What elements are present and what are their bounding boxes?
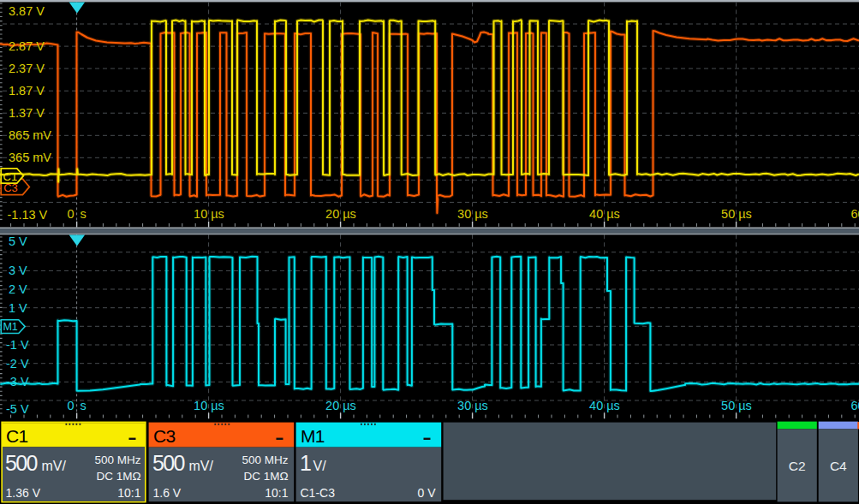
svg-text:1.6 V: 1.6 V: [153, 486, 182, 500]
svg-text:M1: M1: [301, 426, 325, 446]
svg-text:50 µs: 50 µs: [721, 207, 752, 221]
svg-text:1: 1: [300, 451, 311, 475]
svg-text:mV/: mV/: [189, 459, 214, 473]
svg-text:10 µs: 10 µs: [194, 399, 224, 412]
svg-text:0: 0: [67, 399, 74, 412]
svg-text:-5 V: -5 V: [6, 402, 29, 416]
svg-text:1.37 V: 1.37 V: [9, 106, 45, 120]
svg-text:500 MHz: 500 MHz: [242, 454, 288, 466]
svg-text:20 µs: 20 µs: [325, 207, 356, 221]
svg-text:V/: V/: [313, 459, 327, 473]
svg-text:40 µs: 40 µs: [589, 399, 620, 412]
svg-text:-1.13 V: -1.13 V: [8, 208, 48, 222]
svg-text:10 µs: 10 µs: [194, 207, 224, 221]
svg-text:DC 1MΩ: DC 1MΩ: [243, 470, 288, 483]
svg-text:-1 V: -1 V: [6, 338, 29, 352]
svg-text:-3 V: -3 V: [6, 375, 29, 388]
svg-text:M1: M1: [3, 321, 17, 333]
svg-text:30 µs: 30 µs: [457, 399, 488, 412]
svg-text:500: 500: [152, 451, 185, 475]
svg-text:5 V: 5 V: [9, 234, 27, 248]
svg-text:C1: C1: [6, 426, 27, 446]
svg-text:10:1: 10:1: [265, 486, 288, 500]
svg-text:865 mV: 865 mV: [9, 128, 51, 142]
svg-text:C1-C3: C1-C3: [301, 486, 336, 500]
svg-text:365 mV: 365 mV: [9, 151, 51, 164]
svg-text:500: 500: [5, 451, 38, 475]
svg-text:2.37 V: 2.37 V: [9, 62, 45, 75]
svg-text:10:1: 10:1: [117, 486, 140, 500]
svg-text:3.87 V: 3.87 V: [9, 4, 45, 18]
svg-text:500 MHz: 500 MHz: [94, 454, 140, 466]
svg-text:20 µs: 20 µs: [325, 399, 356, 412]
svg-text:C2: C2: [789, 459, 806, 473]
svg-text:s: s: [81, 207, 86, 221]
svg-text:2 V: 2 V: [9, 282, 27, 296]
svg-text:0 V: 0 V: [417, 486, 436, 500]
svg-text:-2 V: -2 V: [6, 357, 29, 371]
svg-text:3 V: 3 V: [9, 264, 27, 277]
svg-text:mV/: mV/: [42, 459, 67, 473]
svg-text:C3: C3: [153, 426, 175, 446]
svg-text:60 µs: 60 µs: [851, 399, 859, 412]
svg-text:DC 1MΩ: DC 1MΩ: [96, 470, 140, 483]
svg-text:50 µs: 50 µs: [721, 399, 752, 412]
svg-text:60 µs: 60 µs: [851, 207, 859, 221]
svg-text:1 V: 1 V: [9, 301, 27, 315]
svg-text:1.87 V: 1.87 V: [9, 84, 45, 98]
svg-text:1.36 V: 1.36 V: [6, 486, 41, 500]
svg-text:C4: C4: [830, 459, 847, 473]
svg-text:2.87 V: 2.87 V: [9, 39, 45, 53]
svg-text:30 µs: 30 µs: [457, 207, 488, 221]
svg-text:s: s: [81, 399, 86, 412]
svg-text:40 µs: 40 µs: [589, 207, 620, 221]
svg-text:0: 0: [67, 207, 74, 221]
